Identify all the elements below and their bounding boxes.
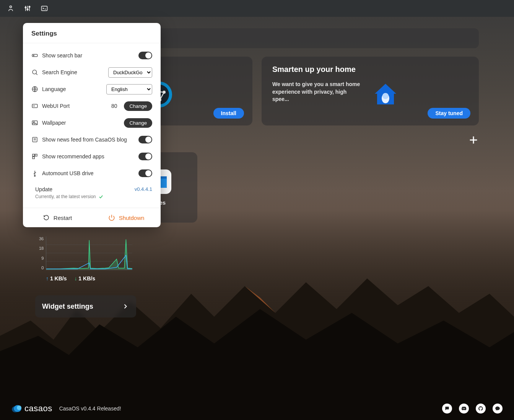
svg-rect-7 (42, 6, 47, 11)
network-chart (46, 236, 132, 270)
logo-text: casaos (24, 404, 52, 413)
footer: casaos CasaOS v0.4.4 Released! (0, 397, 514, 420)
search-engine-select[interactable]: DuckDuckGo (108, 67, 152, 78)
usb-icon (31, 170, 38, 177)
svg-rect-42 (33, 154, 34, 156)
topbar (0, 0, 514, 17)
search-bar-icon (31, 52, 38, 59)
svg-point-6 (29, 6, 30, 7)
svg-point-31 (33, 70, 37, 74)
chart-y-axis: 36 18 9 0 (39, 236, 46, 270)
globe-icon (31, 86, 38, 93)
restart-button[interactable]: Restart (23, 208, 92, 227)
update-label: Update (35, 186, 131, 192)
port-icon (31, 103, 38, 109)
svg-rect-43 (35, 154, 37, 156)
toggle-search-bar[interactable] (138, 52, 152, 59)
stay-tuned-button[interactable]: Stay tuned (428, 108, 470, 119)
discord-icon[interactable] (459, 404, 469, 413)
modal-title: Settings (31, 30, 152, 37)
svg-rect-44 (33, 157, 34, 159)
toggle-news-feed[interactable] (138, 136, 152, 143)
release-text[interactable]: CasaOS v0.4.4 Released! (59, 405, 121, 412)
install-button[interactable]: Install (213, 108, 244, 119)
setting-wallpaper: Wallpaper Change (31, 114, 152, 131)
logo-icon (11, 404, 22, 413)
apps-icon (31, 153, 38, 160)
image-icon (31, 119, 38, 126)
terminal-icon[interactable] (41, 5, 48, 12)
user-icon[interactable] (7, 5, 15, 12)
upload-speed: 1 KB/s (46, 275, 67, 282)
setting-language: Language English (31, 81, 152, 98)
add-app-button[interactable] (468, 135, 479, 145)
language-select[interactable]: English (106, 84, 152, 94)
news-icon (31, 136, 38, 143)
feedback-icon[interactable] (442, 404, 452, 413)
port-value: 80 (111, 103, 117, 109)
check-icon (98, 194, 104, 199)
setting-news-feed: Show news feed from CasaOS blog (31, 131, 152, 148)
network-panel: 36 18 9 0 1 KB/s 1 KB/s (35, 233, 136, 287)
svg-point-30 (33, 55, 34, 56)
chevron-right-icon (122, 303, 129, 310)
sliders-icon[interactable] (24, 5, 31, 12)
setting-show-search: Show search bar (31, 47, 152, 64)
download-speed: 1 KB/s (74, 275, 95, 282)
setting-recommended: Show recommended apps (31, 148, 152, 165)
toggle-recommended[interactable] (138, 153, 152, 160)
widget-settings-label: Widget settings (42, 303, 93, 311)
setting-search-engine: Search Engine DuckDuckGo (31, 64, 152, 81)
logo[interactable]: casaos (11, 404, 52, 413)
modal-footer: Restart Shutdown (23, 208, 161, 227)
change-port-button[interactable]: Change (124, 101, 152, 111)
chat-icon[interactable] (493, 404, 503, 413)
promo-card-home: Smarten up your home We want to give you… (262, 57, 479, 125)
setting-update: Update Currently, at the latest version … (31, 182, 152, 201)
change-wallpaper-button[interactable]: Change (124, 118, 152, 128)
home-icon (372, 81, 399, 108)
update-version: v0.4.4.1 (135, 186, 152, 192)
promo-text: We want to give you a smart home experie… (272, 81, 364, 103)
github-icon[interactable] (476, 404, 486, 413)
svg-point-16 (382, 93, 389, 99)
svg-point-4 (27, 9, 28, 10)
modal-header: Settings (23, 23, 161, 43)
svg-point-50 (17, 405, 21, 410)
widget-settings-button[interactable]: Widget settings (35, 295, 136, 317)
settings-modal: Settings Show search bar Search Engine D… (23, 23, 161, 227)
search-icon (31, 69, 38, 76)
setting-automount: Automount USB drive (31, 165, 152, 182)
shutdown-button[interactable]: Shutdown (92, 208, 161, 227)
svg-line-32 (36, 73, 37, 75)
network-stats: 1 KB/s 1 KB/s (39, 275, 132, 282)
svg-point-0 (10, 6, 12, 8)
toggle-automount[interactable] (138, 169, 152, 177)
update-status: Currently, at the latest version (35, 194, 131, 199)
svg-point-2 (25, 7, 26, 8)
setting-webui-port: WebUI Port 80 Change (31, 98, 152, 114)
promo-title: Smarten up your home (272, 65, 468, 74)
